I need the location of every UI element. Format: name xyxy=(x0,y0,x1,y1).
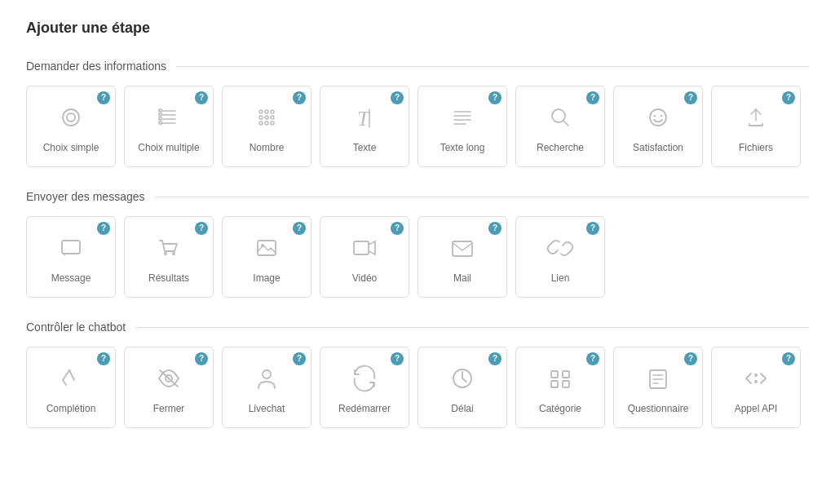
card-mail[interactable]: ?Mail xyxy=(418,216,507,298)
badge-livechat: ? xyxy=(293,352,306,365)
message-square-icon xyxy=(53,230,89,266)
svg-line-26 xyxy=(563,121,568,126)
card-label-lien: Lien xyxy=(551,272,570,284)
card-fermer[interactable]: ?Fermer xyxy=(124,347,214,428)
card-resultats[interactable]: ?Résultats xyxy=(124,216,214,298)
badge-texte-long: ? xyxy=(488,91,501,104)
card-label-redemarrer: Redémarrer xyxy=(338,403,391,414)
section-title-send-messages: Envoyer des messages xyxy=(26,190,145,203)
svg-rect-9 xyxy=(159,122,161,124)
section-header-ask-info: Demander des informations xyxy=(26,60,809,73)
section-send-messages: Envoyer des messages?Message?Résultats?I… xyxy=(26,190,809,298)
card-label-mail: Mail xyxy=(453,272,471,284)
search-icon xyxy=(542,99,578,135)
card-label-message: Message xyxy=(51,272,91,284)
image-icon xyxy=(249,230,285,266)
card-label-fichiers: Fichiers xyxy=(739,142,773,153)
card-label-completion: Complétion xyxy=(46,403,96,414)
card-questionnaire[interactable]: ?Questionnaire xyxy=(613,347,703,428)
section-title-control-chatbot: Contrôler le chatbot xyxy=(26,321,126,334)
svg-point-15 xyxy=(271,116,274,119)
badge-appel-api: ? xyxy=(782,352,795,365)
cart-icon xyxy=(151,230,187,266)
badge-nombre: ? xyxy=(293,91,306,104)
card-categorie[interactable]: ?Catégorie xyxy=(515,347,605,428)
badge-completion: ? xyxy=(97,352,110,365)
card-image[interactable]: ?Image xyxy=(222,216,311,298)
card-lien[interactable]: ?Lien xyxy=(515,216,605,298)
svg-rect-36 xyxy=(453,241,472,256)
badge-message: ? xyxy=(97,222,110,235)
svg-point-50 xyxy=(754,380,758,383)
section-divider-send-messages xyxy=(155,197,809,197)
card-nombre[interactable]: ?Nombre xyxy=(222,86,311,167)
svg-point-11 xyxy=(265,110,268,113)
section-divider-control-chatbot xyxy=(135,327,809,328)
page-title: Ajouter une étape xyxy=(26,20,809,37)
card-label-livechat: Livechat xyxy=(249,403,285,414)
card-livechat[interactable]: ?Livechat xyxy=(222,347,311,428)
video-icon xyxy=(347,230,382,266)
badge-mail: ? xyxy=(488,222,501,235)
svg-point-17 xyxy=(265,122,268,125)
svg-point-39 xyxy=(263,370,271,378)
card-redemarrer[interactable]: ?Redémarrer xyxy=(320,347,409,428)
section-ask-info: Demander des informations?Choix simple?C… xyxy=(26,60,809,167)
section-title-ask-info: Demander des informations xyxy=(26,60,166,73)
upload-icon xyxy=(738,99,774,135)
svg-point-18 xyxy=(271,122,274,125)
badge-recherche: ? xyxy=(586,91,599,104)
card-label-choix-simple: Choix simple xyxy=(43,142,99,153)
card-choix-simple[interactable]: ?Choix simple xyxy=(26,86,116,167)
badge-choix-simple: ? xyxy=(97,91,110,104)
svg-rect-43 xyxy=(551,381,558,387)
card-fichiers[interactable]: ?Fichiers xyxy=(711,86,801,167)
badge-image: ? xyxy=(293,222,306,235)
card-texte[interactable]: ?TTexte xyxy=(320,86,409,167)
card-appel-api[interactable]: ?Appel API xyxy=(711,347,801,428)
svg-point-0 xyxy=(63,109,79,126)
user-agent-icon xyxy=(249,360,285,396)
api-icon xyxy=(738,360,774,396)
card-label-texte-long: Texte long xyxy=(440,142,485,153)
badge-questionnaire: ? xyxy=(684,352,697,365)
card-delai[interactable]: ?Délai xyxy=(418,347,507,428)
svg-point-29 xyxy=(660,115,662,117)
refresh-ccw-icon xyxy=(347,360,382,396)
card-video[interactable]: ?Vidéo xyxy=(320,216,409,298)
cards-row-send-messages: ?Message?Résultats?Image?Vidéo?Mail?Lien xyxy=(26,216,809,298)
svg-point-16 xyxy=(259,122,263,125)
link-icon xyxy=(542,230,578,266)
svg-rect-8 xyxy=(159,117,161,120)
card-texte-long[interactable]: ?Texte long xyxy=(418,86,507,167)
card-recherche[interactable]: ?Recherche xyxy=(515,86,605,167)
text-cursor-icon: T xyxy=(347,99,382,135)
badge-video: ? xyxy=(391,222,404,235)
svg-rect-7 xyxy=(159,113,161,116)
svg-rect-6 xyxy=(159,109,161,112)
svg-point-31 xyxy=(164,252,167,255)
card-completion[interactable]: ?Complétion xyxy=(26,347,116,428)
svg-rect-30 xyxy=(62,241,80,254)
card-label-satisfaction: Satisfaction xyxy=(633,142,683,153)
card-choix-multiple[interactable]: ?Choix multiple xyxy=(124,86,214,167)
svg-point-32 xyxy=(172,252,175,255)
card-message[interactable]: ?Message xyxy=(26,216,116,298)
badge-texte: ? xyxy=(391,91,404,104)
svg-point-12 xyxy=(271,110,274,113)
svg-point-27 xyxy=(650,109,666,126)
svg-text:T: T xyxy=(357,107,370,130)
card-label-resultats: Résultats xyxy=(148,272,189,284)
badge-resultats: ? xyxy=(195,222,208,235)
badge-fichiers: ? xyxy=(782,91,795,104)
badge-delai: ? xyxy=(488,352,501,365)
badge-redemarrer: ? xyxy=(391,352,404,365)
card-label-recherche: Recherche xyxy=(537,142,584,153)
badge-lien: ? xyxy=(586,222,599,235)
card-label-questionnaire: Questionnaire xyxy=(628,403,689,414)
card-label-appel-api: Appel API xyxy=(735,403,778,414)
svg-rect-44 xyxy=(563,381,569,387)
card-satisfaction[interactable]: ?Satisfaction xyxy=(613,86,703,167)
svg-rect-42 xyxy=(563,371,569,378)
svg-point-13 xyxy=(259,116,263,119)
